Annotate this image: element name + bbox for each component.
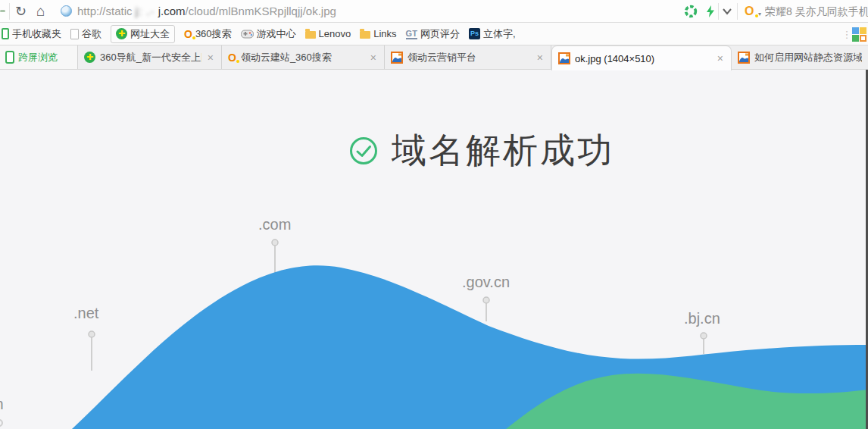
page-content-image: 域名解析成功 .net .com .gov.cn .bj.cn .cn xyxy=(0,70,868,429)
360-icon: ✚ xyxy=(116,28,127,39)
bookmark-label: 立体字, xyxy=(483,27,516,41)
close-icon[interactable]: × xyxy=(206,52,215,64)
bookmark-label: Lenovo xyxy=(319,28,351,39)
domain-label-gov-cn: .gov.cn xyxy=(462,274,510,291)
refresh-button[interactable]: ↻ xyxy=(15,0,27,23)
page-icon xyxy=(70,29,79,39)
bookmarks-overflow-button[interactable]: ⋮ xyxy=(841,31,852,38)
url-field[interactable]: http://static j: .· j.com/cloud/mlBnmKSR… xyxy=(77,0,336,23)
address-bar: ↻ ⌂ http://static j: .· j.com/cloud/mlBn… xyxy=(0,0,868,23)
bookmark-google[interactable]: 谷歌 xyxy=(70,27,101,41)
tab-title: 如何启用网站静态资源域名设 xyxy=(754,51,862,64)
search-engine-logo-icon[interactable]: O xyxy=(745,5,754,18)
bookmark-label: 360搜索 xyxy=(195,27,232,41)
lightning-bolt-icon[interactable] xyxy=(704,5,717,18)
bookmark-lenovo[interactable]: Lenovo xyxy=(305,28,351,39)
folder-icon xyxy=(360,31,370,39)
tab-ok-jpg[interactable]: ok.jpg (1404×510) × xyxy=(551,45,732,70)
close-icon[interactable]: × xyxy=(535,52,545,64)
domain-label-com: .com xyxy=(258,216,291,233)
chevron-down-icon[interactable] xyxy=(722,7,732,16)
tab-bar: 跨屏浏览 ✚ 360导航_新一代安全上网导航 × O 领动云建站_360搜索 ×… xyxy=(0,45,868,70)
divider xyxy=(9,3,10,20)
360-search-icon: O xyxy=(184,29,192,39)
tab-title: 领动云建站_360搜索 xyxy=(241,51,364,64)
bookmark-game-center[interactable]: 游戏中心 xyxy=(241,27,296,41)
home-button[interactable]: ⌂ xyxy=(36,0,45,23)
domain-wave-graphic xyxy=(0,70,868,429)
search-suggestion-field[interactable]: 荣耀8 吴亦凡同款手机 xyxy=(765,0,868,23)
close-icon[interactable]: × xyxy=(369,52,378,64)
search-engine-caret-icon[interactable]: ▾ xyxy=(758,11,761,17)
url-domain: j.com xyxy=(158,5,186,17)
gt-icon: GT xyxy=(406,29,417,39)
bookmark-3d-text[interactable]: Ps 立体字, xyxy=(469,27,516,41)
tab-title: 领动云营销平台 xyxy=(407,51,531,64)
linkdong-logo-icon xyxy=(738,52,750,64)
site-globe-icon xyxy=(61,5,72,17)
url-obscured-segment: j: .· xyxy=(136,5,155,17)
url-path: /cloud/mlBnmKSRpjllqjj/ok.jpg xyxy=(186,5,336,17)
tab-title: 360导航_新一代安全上网导航 xyxy=(100,51,201,64)
domain-label-cn-clipped: .cn xyxy=(0,396,4,413)
extension-aperture-icon[interactable] xyxy=(684,5,698,18)
tab-title: ok.jpg (1404×510) xyxy=(575,53,711,64)
side-button-label: 跨屏浏览 xyxy=(18,51,58,64)
phone-icon xyxy=(2,28,9,39)
divider xyxy=(718,3,719,20)
bookmark-360-search[interactable]: O 360搜索 xyxy=(184,27,232,41)
folder-icon xyxy=(305,31,316,39)
photoshop-icon: Ps xyxy=(469,28,480,39)
bookmarks-bar: 手机收藏夹 谷歌 ✚ 网址大全 O 360搜索 游戏中心 Lenovo Link… xyxy=(0,23,868,45)
back-button-fragment[interactable] xyxy=(0,10,5,12)
bookmark-phone-favorites[interactable]: 手机收藏夹 xyxy=(2,27,61,41)
tab-marketing-platform[interactable]: 领动云营销平台 × xyxy=(385,45,551,69)
cross-screen-browse-button[interactable]: 跨屏浏览 xyxy=(0,45,78,69)
apps-grid-icon[interactable] xyxy=(852,27,866,42)
close-icon[interactable]: × xyxy=(716,52,725,64)
bookmark-url-collection[interactable]: ✚ 网址大全 xyxy=(111,25,175,43)
bookmark-page-score[interactable]: GT 网页评分 xyxy=(406,27,460,41)
phone-screen-icon xyxy=(5,51,14,64)
url-prefix: http://static xyxy=(77,5,133,17)
linkdong-logo-icon xyxy=(558,52,570,64)
bookmark-label: 网页评分 xyxy=(420,27,460,41)
tab-cloud-site-search[interactable]: O 领动云建站_360搜索 × xyxy=(222,45,385,69)
divider xyxy=(737,3,738,20)
bookmark-label: Links xyxy=(373,28,396,39)
bookmark-label: 游戏中心 xyxy=(257,27,296,41)
tab-360-nav[interactable]: ✚ 360导航_新一代安全上网导航 × xyxy=(78,45,222,69)
gamepad-icon xyxy=(241,30,254,39)
bookmark-links[interactable]: Links xyxy=(360,28,396,39)
linkdong-logo-icon xyxy=(391,52,403,64)
tab-static-resource-domain[interactable]: 如何启用网站静态资源域名设 xyxy=(732,45,868,69)
bookmark-label: 网址大全 xyxy=(130,27,170,41)
bookmark-label: 手机收藏夹 xyxy=(12,27,61,41)
domain-label-net: .net xyxy=(73,305,98,322)
domain-label-bj-cn: .bj.cn xyxy=(684,310,720,327)
bookmark-label: 谷歌 xyxy=(82,27,101,41)
360-search-icon: O xyxy=(228,52,236,63)
360-icon: ✚ xyxy=(84,52,95,63)
